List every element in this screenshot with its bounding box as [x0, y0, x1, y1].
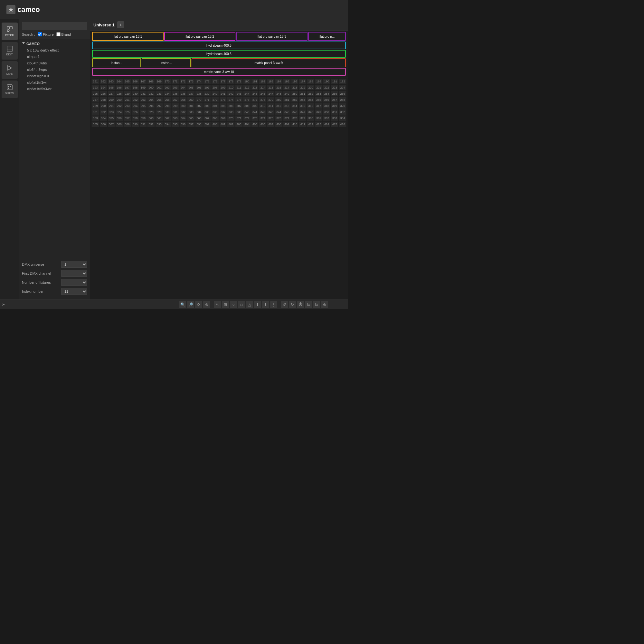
- viz-tool-square[interactable]: □: [238, 301, 245, 308]
- dmx-cell[interactable]: 262: [131, 97, 139, 103]
- dmx-cell[interactable]: 321: [91, 109, 99, 115]
- dmx-cell[interactable]: 296: [147, 103, 155, 109]
- viz-tool-zoom-out[interactable]: 🔎: [187, 301, 194, 308]
- dmx-cell[interactable]: 199: [139, 85, 147, 90]
- dmx-cell[interactable]: 286: [323, 97, 331, 103]
- dmx-cell[interactable]: 389: [123, 121, 131, 127]
- dmx-cell[interactable]: 329: [155, 109, 163, 115]
- dmx-cell[interactable]: 413: [315, 121, 323, 127]
- dmx-cell[interactable]: 380: [307, 115, 315, 121]
- dmx-cell[interactable]: 311: [267, 103, 275, 109]
- dmx-cell[interactable]: 275: [235, 97, 243, 103]
- dmx-cell[interactable]: 276: [243, 97, 251, 103]
- dmx-cell[interactable]: 353: [91, 115, 99, 121]
- viz-tool-cursor[interactable]: ↖: [214, 301, 221, 308]
- dmx-cell[interactable]: 219: [299, 85, 307, 90]
- dmx-cell[interactable]: 217: [283, 85, 291, 90]
- dmx-cell[interactable]: 305: [219, 103, 227, 109]
- dmx-cell[interactable]: 374: [259, 115, 267, 121]
- dmx-cell[interactable]: 266: [163, 97, 171, 103]
- dmx-cell[interactable]: 401: [219, 121, 227, 127]
- dmx-cell[interactable]: 239: [203, 91, 211, 97]
- viz-tool-down[interactable]: ⬇: [262, 301, 269, 308]
- sidebar-btn-patch[interactable]: + PATCH: [2, 23, 18, 40]
- dmx-cell[interactable]: 282: [291, 97, 299, 103]
- dmx-cell[interactable]: 197: [123, 85, 131, 90]
- dmx-cell[interactable]: 220: [307, 85, 315, 90]
- dmx-cell[interactable]: 325: [123, 109, 131, 115]
- dmx-cell[interactable]: 246: [259, 91, 267, 97]
- dmx-cell[interactable]: 293: [123, 103, 131, 109]
- dmx-cell[interactable]: 252: [307, 91, 315, 97]
- dmx-cell[interactable]: 161: [91, 79, 99, 84]
- dmx-cell[interactable]: 201: [155, 85, 163, 90]
- dmx-cell[interactable]: 313: [283, 103, 291, 109]
- viz-tool-zoom-in[interactable]: 🔍: [179, 301, 186, 308]
- dmx-cell[interactable]: 238: [195, 91, 203, 97]
- sidebar-btn-edit[interactable]: EDIT: [2, 42, 18, 60]
- dmx-cell[interactable]: 410: [291, 121, 299, 127]
- dmx-cell[interactable]: 396: [179, 121, 187, 127]
- dmx-cell[interactable]: 253: [315, 91, 323, 97]
- fixture-bar-flatpro-2[interactable]: flat pro par can 18.2: [164, 32, 236, 41]
- viz-tool-reset[interactable]: ⟳: [195, 301, 202, 308]
- dmx-cell[interactable]: 289: [91, 103, 99, 109]
- dmx-cell[interactable]: 168: [147, 79, 155, 84]
- tree-item-0[interactable]: 5 x 10w derby effect: [19, 47, 90, 53]
- dmx-cell[interactable]: 393: [155, 121, 163, 127]
- dmx-cell[interactable]: 215: [267, 85, 275, 90]
- dmx-cell[interactable]: 165: [123, 79, 131, 84]
- dmx-cell[interactable]: 345: [283, 109, 291, 115]
- dmx-cell[interactable]: 279: [267, 97, 275, 103]
- dmx-cell[interactable]: 173: [187, 79, 195, 84]
- dmx-cell[interactable]: 206: [195, 85, 203, 90]
- dmx-cell[interactable]: 317: [315, 103, 323, 109]
- fixture-bar-hydra-6[interactable]: hydrabeam 400.6: [92, 50, 346, 58]
- dmx-cell[interactable]: 190: [323, 79, 331, 84]
- sidebar-btn-live[interactable]: LIVE: [2, 61, 18, 79]
- dmx-cell[interactable]: 344: [275, 109, 283, 115]
- dmx-cell[interactable]: 351: [331, 109, 338, 115]
- dmx-cell[interactable]: 337: [219, 109, 227, 115]
- viz-tool-undo[interactable]: ↺: [281, 301, 288, 308]
- dmx-cell[interactable]: 268: [179, 97, 187, 103]
- dmx-cell[interactable]: 355: [108, 115, 115, 121]
- dmx-cell[interactable]: 347: [299, 109, 307, 115]
- dmx-cell[interactable]: 331: [171, 109, 179, 115]
- dmx-cell[interactable]: 196: [115, 85, 123, 90]
- dmx-cell[interactable]: 304: [211, 103, 219, 109]
- dmx-cell[interactable]: 194: [99, 85, 107, 90]
- dmx-cell[interactable]: 280: [275, 97, 283, 103]
- dmx-cell[interactable]: 180: [243, 79, 251, 84]
- dmx-cell[interactable]: 209: [219, 85, 227, 90]
- dmx-cell[interactable]: 285: [315, 97, 323, 103]
- fixture-bar-instant-1[interactable]: instan...: [92, 58, 141, 67]
- tree-item-2[interactable]: clp64tri3wbs: [19, 60, 90, 66]
- dmx-cell[interactable]: 200: [147, 85, 155, 90]
- dmx-cell[interactable]: 170: [163, 79, 171, 84]
- dmx-cell[interactable]: 235: [171, 91, 179, 97]
- dmx-cell[interactable]: 309: [251, 103, 259, 109]
- dmx-cell[interactable]: 248: [275, 91, 283, 97]
- viz-tool-circle[interactable]: ○: [230, 301, 237, 308]
- dmx-cell[interactable]: 312: [275, 103, 283, 109]
- dmx-cell[interactable]: 299: [171, 103, 179, 109]
- dmx-cell[interactable]: 411: [299, 121, 307, 127]
- dmx-cell[interactable]: 310: [259, 103, 267, 109]
- dmx-cell[interactable]: 228: [115, 91, 123, 97]
- dmx-cell[interactable]: 394: [163, 121, 171, 127]
- dmx-cell[interactable]: 399: [203, 121, 211, 127]
- dmx-cell[interactable]: 408: [275, 121, 283, 127]
- dmx-cell[interactable]: 364: [179, 115, 187, 121]
- dmx-cell[interactable]: 377: [283, 115, 291, 121]
- dmx-cell[interactable]: 388: [115, 121, 123, 127]
- dmx-cell[interactable]: 385: [91, 121, 99, 127]
- dmx-cell[interactable]: 191: [331, 79, 338, 84]
- dmx-cell[interactable]: 249: [283, 91, 291, 97]
- viz-tool-add[interactable]: ⊕: [203, 301, 210, 308]
- dmx-cell[interactable]: 162: [99, 79, 107, 84]
- viz-tool-tri[interactable]: △: [246, 301, 253, 308]
- fixture-checkbox-label[interactable]: Fixture: [38, 32, 54, 36]
- dmx-cell[interactable]: 198: [131, 85, 139, 90]
- dmx-cell[interactable]: 227: [108, 91, 115, 97]
